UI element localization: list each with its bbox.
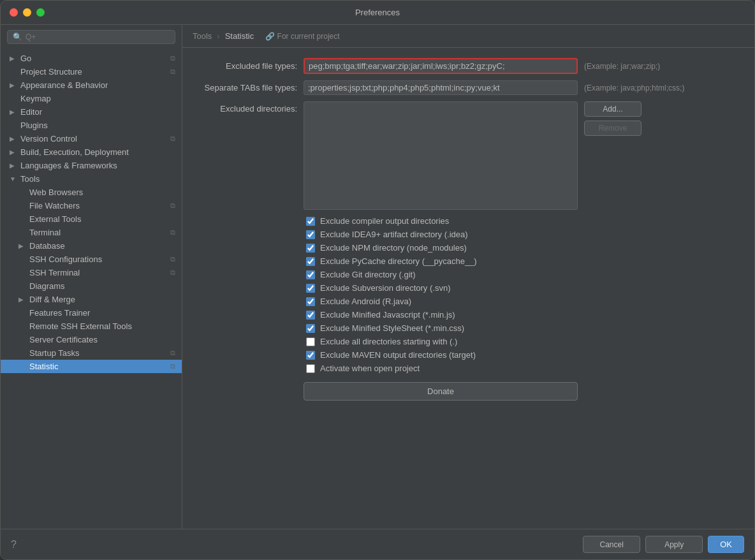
sidebar-item-ssh-terminal[interactable]: SSH Terminal⧉	[1, 266, 182, 279]
sidebar-item-label: Statistic	[29, 362, 59, 371]
sidebar-item-label: Remote SSH External Tools	[29, 321, 132, 331]
sidebar-item-label: Features Trainer	[29, 308, 90, 318]
separate-tabs-input[interactable]	[304, 80, 578, 95]
checkbox-chk10[interactable]	[306, 337, 315, 346]
sidebar-item-languages-frameworks[interactable]: Languages & Frameworks	[1, 159, 182, 172]
sidebar-item-diagrams[interactable]: Diagrams	[1, 279, 182, 293]
chevron-icon	[10, 55, 17, 62]
sidebar-item-label: Plugins	[20, 121, 48, 130]
excluded-file-types-row: Excluded file types: (Example: jar;war;z…	[195, 58, 742, 74]
separate-tabs-row: Separate TABs file types: (Example: java…	[195, 80, 742, 95]
window-title: Preferences	[355, 8, 400, 17]
sidebar-item-statistic[interactable]: Statistic⧉	[1, 360, 182, 373]
sidebar-item-web-browsers[interactable]: Web Browsers	[1, 186, 182, 199]
search-input[interactable]	[26, 33, 170, 41]
sidebar: 🔍 Go⧉Project Structure⧉Appearance & Beha…	[1, 25, 182, 529]
checkbox-chk9[interactable]	[306, 324, 315, 333]
checkbox-label-chk4: Exclude PyCache directory (__pycache__)	[320, 256, 477, 266]
titlebar: Preferences	[1, 1, 754, 25]
copy-icon: ⧉	[170, 68, 175, 76]
checkbox-chk4[interactable]	[306, 257, 315, 266]
sidebar-item-file-watchers[interactable]: File Watchers⧉	[1, 199, 182, 212]
sidebar-item-label: Appearance & Behavior	[20, 80, 108, 90]
for-project-label: 🔗 For current project	[265, 32, 339, 41]
checkbox-chk11[interactable]	[306, 351, 315, 360]
copy-icon: ⧉	[170, 135, 175, 143]
copy-icon: ⧉	[170, 255, 175, 263]
sidebar-item-ssh-configurations[interactable]: SSH Configurations⧉	[1, 253, 182, 266]
checkbox-row-chk11: Exclude MAVEN output directories (target…	[304, 350, 742, 360]
donate-wrapper: Donate	[304, 382, 742, 401]
sidebar-item-label: External Tools	[29, 214, 81, 224]
sidebar-item-startup-tasks[interactable]: Startup Tasks⧉	[1, 346, 182, 360]
cancel-button[interactable]: Cancel	[583, 536, 640, 553]
checkbox-label-chk5: Exclude Git directory (.git)	[320, 270, 416, 279]
excluded-dirs-textarea[interactable]	[304, 101, 578, 210]
checkbox-chk5[interactable]	[306, 270, 315, 279]
sidebar-item-label: Server Certificates	[29, 335, 98, 344]
sidebar-item-go[interactable]: Go⧉	[1, 52, 182, 65]
checkbox-row-chk7: Exclude Android (R.java)	[304, 297, 742, 306]
sidebar-item-terminal[interactable]: Terminal⧉	[1, 226, 182, 239]
checkbox-chk12[interactable]	[306, 364, 315, 373]
checkbox-row-chk1: Exclude compiler output directories	[304, 216, 742, 226]
checkbox-chk8[interactable]	[306, 311, 315, 320]
chevron-icon	[10, 135, 17, 142]
ok-button[interactable]: OK	[708, 536, 744, 553]
sidebar-item-tools[interactable]: Tools	[1, 172, 182, 186]
sidebar-item-server-certificates[interactable]: Server Certificates	[1, 333, 182, 346]
copy-icon: ⧉	[170, 349, 175, 357]
chevron-icon	[18, 242, 26, 249]
checkbox-chk3[interactable]	[306, 244, 315, 253]
checkbox-chk2[interactable]	[306, 230, 315, 239]
sidebar-item-label: Go	[20, 54, 31, 63]
sidebar-item-label: Keymap	[20, 94, 51, 103]
checkbox-label-chk6: Exclude Subversion directory (.svn)	[320, 283, 450, 293]
checkbox-label-chk8: Exclude Minified Javascript (*.min.js)	[320, 310, 455, 320]
copy-icon: ⧉	[170, 269, 175, 277]
sidebar-item-diff-merge[interactable]: Diff & Merge	[1, 293, 182, 306]
sidebar-item-label: Diff & Merge	[29, 295, 75, 304]
separate-tabs-hint: (Example: java;php;html;css;)	[584, 84, 684, 92]
checkbox-chk6[interactable]	[306, 284, 315, 293]
breadcrumb-current: Statistic	[225, 31, 254, 41]
sidebar-item-appearance-behavior[interactable]: Appearance & Behavior	[1, 78, 182, 92]
sidebar-item-label: Project Structure	[20, 67, 82, 77]
sidebar-item-remote-ssh[interactable]: Remote SSH External Tools	[1, 320, 182, 333]
sidebar-item-label: Web Browsers	[29, 188, 83, 197]
remove-button[interactable]: Remove	[584, 121, 641, 136]
sidebar-item-plugins[interactable]: Plugins	[1, 119, 182, 132]
close-button[interactable]	[10, 8, 18, 17]
donate-button[interactable]: Donate	[304, 382, 578, 401]
sidebar-item-external-tools[interactable]: External Tools	[1, 212, 182, 226]
sidebar-item-features-trainer[interactable]: Features Trainer	[1, 306, 182, 320]
panel-header: Tools › Statistic 🔗 For current project	[182, 25, 754, 48]
main-content: 🔍 Go⧉Project Structure⧉Appearance & Beha…	[1, 25, 754, 529]
sidebar-item-label: File Watchers	[29, 201, 80, 210]
checkbox-label-chk1: Exclude compiler output directories	[320, 216, 449, 226]
search-box[interactable]: 🔍	[7, 30, 175, 44]
checkbox-row-chk9: Exclude Minified StyleSheet (*.min.css)	[304, 323, 742, 333]
excluded-dirs-label: Excluded directories:	[195, 101, 297, 114]
sidebar-item-build-execution[interactable]: Build, Execution, Deployment	[1, 145, 182, 159]
maximize-button[interactable]	[36, 8, 45, 17]
sidebar-item-project-structure[interactable]: Project Structure⧉	[1, 65, 182, 78]
sidebar-item-editor[interactable]: Editor	[1, 105, 182, 119]
help-button[interactable]: ?	[11, 539, 17, 550]
sidebar-item-version-control[interactable]: Version Control⧉	[1, 132, 182, 145]
checkbox-chk7[interactable]	[306, 297, 315, 306]
apply-button[interactable]: Apply	[645, 536, 703, 553]
minimize-button[interactable]	[23, 8, 31, 17]
sidebar-item-database[interactable]: Database	[1, 239, 182, 253]
sidebar-item-keymap[interactable]: Keymap	[1, 92, 182, 105]
checkbox-label-chk9: Exclude Minified StyleSheet (*.min.css)	[320, 323, 464, 333]
checkbox-label-chk2: Exclude IDEA9+ artifact directory (.idea…	[320, 230, 468, 239]
preferences-window: Preferences 🔍 Go⧉Project Structure⧉Appea…	[0, 0, 755, 560]
chevron-icon	[10, 108, 17, 115]
add-button[interactable]: Add...	[584, 101, 641, 117]
sidebar-item-label: Languages & Frameworks	[20, 161, 117, 170]
checkbox-chk1[interactable]	[306, 217, 315, 226]
checkbox-row-chk10: Exclude all directories starting with (.…	[304, 337, 742, 346]
excluded-input[interactable]	[304, 58, 578, 74]
checkbox-label-chk11: Exclude MAVEN output directories (target…	[320, 350, 476, 360]
